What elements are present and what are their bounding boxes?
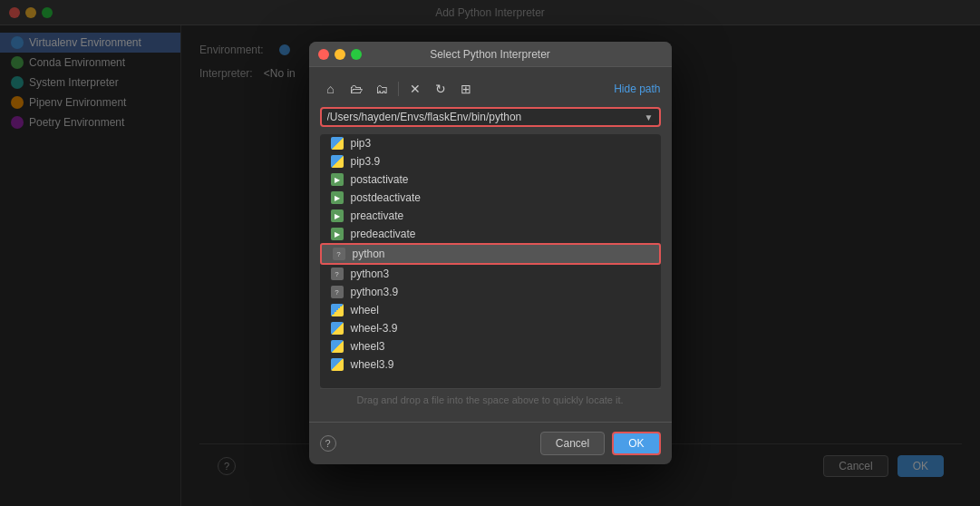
python-icon: ? xyxy=(333,248,345,260)
modal-help-button[interactable]: ? xyxy=(320,435,336,452)
predeactivate-icon: ▶ xyxy=(331,228,344,240)
wheel39-icon xyxy=(331,322,344,335)
python39-icon: ? xyxy=(331,286,344,298)
modal-body: ⌂ 🗁 🗂 ✕ ↻ ⊞ Hide path ▼ pip3 xyxy=(309,67,672,422)
file-item-predeactivate[interactable]: ▶ predeactivate xyxy=(320,225,661,243)
modal-bottom-buttons: ? Cancel OK xyxy=(309,422,672,464)
file-item-python[interactable]: ? python xyxy=(320,243,661,265)
modal-minimize-button[interactable] xyxy=(335,49,345,60)
pip3-icon xyxy=(331,137,344,150)
wheel3_9-icon xyxy=(331,358,344,371)
path-input[interactable] xyxy=(327,111,645,123)
file-name-wheel: wheel xyxy=(351,304,379,316)
file-item-preactivate[interactable]: ▶ preactivate xyxy=(320,207,661,225)
copy-path-button[interactable]: ⊞ xyxy=(455,78,477,100)
file-name-preactivate: preactivate xyxy=(351,209,404,222)
file-item-wheel[interactable]: wheel xyxy=(320,301,661,319)
file-name-python3: python3 xyxy=(351,268,390,280)
modal-traffic-lights xyxy=(318,49,362,60)
path-input-container: ▼ xyxy=(320,107,661,127)
file-name-predeactivate: predeactivate xyxy=(351,228,416,240)
file-name-postactivate: postactivate xyxy=(351,173,409,186)
modal-toolbar: ⌂ 🗁 🗂 ✕ ↻ ⊞ Hide path xyxy=(320,78,661,100)
modal-close-button[interactable] xyxy=(318,49,329,60)
folder-button[interactable]: 🗁 xyxy=(345,78,367,100)
wheel3-icon xyxy=(331,340,344,353)
file-name-wheel3: wheel3 xyxy=(351,340,385,353)
modal-ok-button[interactable]: OK xyxy=(612,432,660,455)
modal-cancel-button[interactable]: Cancel xyxy=(540,432,605,455)
preactivate-icon: ▶ xyxy=(331,209,344,222)
file-item-python3.9[interactable]: ? python3.9 xyxy=(320,283,661,301)
file-item-wheel3.9[interactable]: wheel3.9 xyxy=(320,355,661,374)
refresh-button[interactable]: ↻ xyxy=(430,78,451,100)
postactivate-icon: ▶ xyxy=(331,173,344,186)
modal-bottom-right: Cancel OK xyxy=(540,432,661,455)
file-item-pip3[interactable]: pip3 xyxy=(320,134,661,152)
file-name-wheel39: wheel-3.9 xyxy=(351,322,398,335)
file-item-wheel3[interactable]: wheel3 xyxy=(320,337,661,355)
close-path-button[interactable]: ✕ xyxy=(404,78,426,100)
file-list: pip3 pip3.9 ▶ postactivate ▶ postdeactiv… xyxy=(320,134,661,388)
file-name-pip3: pip3 xyxy=(351,137,372,150)
home-button[interactable]: ⌂ xyxy=(320,78,342,100)
modal-maximize-button[interactable] xyxy=(351,49,362,60)
python3-icon: ? xyxy=(331,268,344,280)
file-item-wheel-3.9[interactable]: wheel-3.9 xyxy=(320,319,661,337)
file-name-pip39: pip3.9 xyxy=(351,155,381,168)
pip39-icon xyxy=(331,155,344,168)
select-interpreter-dialog: Select Python Interpreter ⌂ 🗁 🗂 ✕ ↻ ⊞ Hi… xyxy=(309,42,672,464)
modal-title-bar: Select Python Interpreter xyxy=(309,42,672,67)
file-item-postdeactivate[interactable]: ▶ postdeactivate xyxy=(320,189,661,207)
file-item-postactivate[interactable]: ▶ postactivate xyxy=(320,170,661,189)
file-name-python: python xyxy=(353,248,385,260)
wheel-icon xyxy=(331,304,344,316)
modal-overlay: Select Python Interpreter ⌂ 🗁 🗂 ✕ ↻ ⊞ Hi… xyxy=(0,0,980,506)
file-name-postdeactivate: postdeactivate xyxy=(351,191,421,204)
modal-title: Select Python Interpreter xyxy=(430,48,550,61)
hide-path-button[interactable]: Hide path xyxy=(614,83,660,95)
new-folder-button[interactable]: 🗂 xyxy=(371,78,393,100)
toolbar-separator xyxy=(398,82,399,96)
drag-hint: Drag and drop a file into the space abov… xyxy=(320,388,661,411)
postdeactivate-icon: ▶ xyxy=(331,191,344,204)
file-item-python3[interactable]: ? python3 xyxy=(320,265,661,283)
file-item-pip3.9[interactable]: pip3.9 xyxy=(320,152,661,170)
file-name-wheel3_9: wheel3.9 xyxy=(351,358,394,371)
path-dropdown-arrow[interactable]: ▼ xyxy=(645,112,654,122)
file-name-python39: python3.9 xyxy=(351,286,399,298)
